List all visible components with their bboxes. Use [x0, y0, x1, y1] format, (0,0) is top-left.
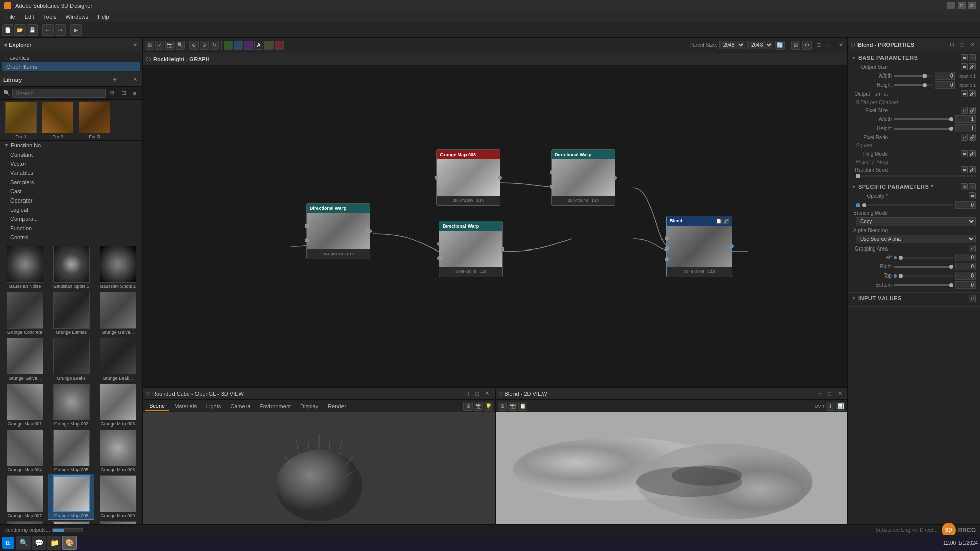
library-btn2[interactable]: ≡ [120, 75, 129, 84]
viewport-2d-max[interactable]: □ [825, 389, 834, 398]
opacity-input[interactable] [955, 201, 976, 209]
toolbar-render[interactable]: ▶ [70, 24, 82, 36]
props-close[interactable]: ✕ [968, 40, 977, 49]
base-params-header[interactable]: ▼ BASE PARAMETERS ⇄ + [852, 54, 976, 61]
tab-scene[interactable]: Scene [145, 402, 169, 411]
tree-vector[interactable]: Vector [0, 159, 142, 168]
toolbar-undo[interactable]: ↩ [42, 24, 54, 36]
thumb-gaussian-spots1[interactable]: Gaussian Spots 1 [48, 245, 94, 290]
thumb-grunge-map005[interactable]: Grunge Map 005 [48, 429, 94, 473]
graph-btn1[interactable]: ⊞ [145, 41, 154, 50]
tree-cast[interactable]: Cast [0, 187, 142, 196]
px-height-input[interactable] [955, 124, 976, 132]
px-width-input[interactable] [955, 115, 976, 123]
pixel-ratio-btn1[interactable]: ⇄ [961, 134, 968, 141]
viewport-3d-icon-btn3[interactable]: 💡 [484, 402, 493, 411]
close-button[interactable]: ✕ [968, 2, 976, 9]
node-blend-icon2[interactable]: 🔗 [723, 218, 729, 224]
tree-logical[interactable]: Logical [0, 205, 142, 214]
thumb-grunge-concrete[interactable]: Grunge Concrete [2, 291, 47, 336]
cropping-btn[interactable]: ⇄ [969, 245, 976, 252]
thumb-grunge-galva2[interactable]: Grunge Galva... [2, 337, 47, 382]
thumb-grunge-map008[interactable]: Grunge Map 008 [48, 474, 94, 519]
graph-panel-close[interactable]: ✕ [836, 41, 845, 50]
view2d-btn1[interactable]: ⊞ [498, 402, 507, 411]
graph-btn5[interactable]: ⊕ [189, 41, 199, 50]
node-dw2-output[interactable] [368, 229, 372, 233]
viewport-3d-max[interactable]: □ [473, 389, 482, 398]
search-filter-btn[interactable]: ⚙ [108, 89, 117, 98]
tree-variables[interactable]: Variables [0, 168, 142, 178]
menu-edit[interactable]: Edit [20, 13, 38, 21]
seed-slider[interactable] [856, 175, 976, 177]
graph-color-btn4[interactable]: A [254, 41, 263, 50]
crop-left-slider[interactable] [899, 257, 953, 259]
graph-color-btn1[interactable] [224, 41, 233, 50]
crop-bottom-input[interactable] [955, 281, 976, 289]
crop-top-input[interactable] [955, 272, 976, 280]
thumb-grunge-map006[interactable]: Grunge Map 006 [95, 429, 140, 473]
menu-tools[interactable]: Tools [39, 13, 61, 21]
crop-top-slider[interactable] [899, 275, 953, 277]
thumb-fur1[interactable]: Fur 1 [4, 101, 38, 140]
graph-btn6[interactable]: ⊖ [200, 41, 209, 50]
taskbar-cortana[interactable]: 💬 [32, 536, 46, 550]
pixel-size-btn1[interactable]: ⇄ [961, 107, 968, 114]
tab-materials[interactable]: Materials [170, 402, 201, 410]
tree-operator[interactable]: Operator [0, 196, 142, 205]
px-height-slider[interactable] [894, 128, 953, 130]
taskbar-substance[interactable]: 🎨 [62, 536, 77, 550]
toolbar-redo[interactable]: ↪ [55, 24, 66, 36]
tab-display[interactable]: Display [296, 402, 323, 410]
graph-refresh[interactable]: 🔄 [775, 41, 785, 50]
thumb-grunge-leaks2[interactable]: Grunge Leak... [95, 337, 140, 382]
viewport-3d-float[interactable]: ⊡ [462, 389, 472, 398]
output-size-btn1[interactable]: ⇄ [961, 63, 968, 70]
format-btn[interactable]: ⇄ [961, 90, 968, 97]
explorer-graph-items[interactable]: Graph Items [2, 62, 140, 71]
node-blend[interactable]: Blend 📄 🔗 2048×2048 - L16 [666, 216, 732, 277]
minimize-button[interactable]: — [947, 2, 955, 9]
thumb-gaussian-spots2[interactable]: Gaussian Spots 2 [95, 245, 140, 290]
opacity-slider[interactable] [862, 204, 953, 206]
specific-params-header[interactable]: ▼ SPECIFIC PARAMETERS * ⊞ + [852, 183, 976, 190]
thumb-grunge-map003[interactable]: Grunge Map 003 [95, 383, 140, 428]
node-blend-input1[interactable] [665, 236, 669, 240]
height-slider[interactable] [894, 84, 933, 86]
menu-file[interactable]: File [2, 13, 19, 21]
node-blend-output[interactable] [730, 244, 734, 248]
view2d-btn2[interactable]: 📸 [508, 402, 517, 411]
node-blend-input2[interactable] [665, 246, 669, 251]
tree-function[interactable]: Function [0, 223, 142, 233]
graph-panel-max[interactable]: □ [825, 41, 834, 50]
graph-color-btn2[interactable] [234, 41, 243, 50]
explorer-close[interactable]: ✕ [130, 40, 139, 49]
thumb-grunge-damas[interactable]: Grunge Damas [48, 291, 94, 336]
specific-btn2[interactable]: + [969, 183, 976, 190]
tree-constant[interactable]: Constant [0, 150, 142, 159]
specific-btn1[interactable]: ⊞ [961, 183, 968, 190]
node-blend-input3[interactable] [665, 257, 669, 261]
graph-color-btn5[interactable] [264, 41, 274, 50]
pixel-size-btn2[interactable]: 🔗 [969, 107, 976, 114]
node-dw1[interactable]: Directional Warp 2048×2048 - L16 [551, 149, 615, 206]
thumb-fur3[interactable]: Fur 3 [78, 101, 111, 140]
node-dw1-output[interactable] [612, 176, 617, 180]
graph-btn2[interactable]: ✓ [155, 41, 164, 50]
search-list-btn[interactable]: ≡ [130, 89, 139, 98]
start-button[interactable]: ⊞ [2, 537, 14, 549]
node-blend-icon1[interactable]: 📄 [716, 218, 722, 224]
graph-btn4[interactable]: 🔍 [176, 41, 185, 50]
viewport-3d-icon-btn1[interactable]: ⊞ [463, 402, 473, 411]
blending-mode-select[interactable]: Copy Normal Add Multiply [856, 217, 976, 226]
viewport-2d-float[interactable]: ⊡ [815, 389, 824, 398]
tab-lights[interactable]: Lights [202, 402, 225, 410]
tree-control[interactable]: Control [0, 233, 142, 242]
menu-help[interactable]: Help [93, 13, 113, 21]
pixel-ratio-btn2[interactable]: 🔗 [969, 134, 976, 141]
seed-btn2[interactable]: 🔗 [969, 166, 976, 173]
graph-color-btn6[interactable] [275, 41, 284, 50]
graph-color-btn3[interactable] [244, 41, 253, 50]
graph-expand[interactable]: ⊞ [791, 41, 800, 50]
node-grunge-map[interactable]: Grunge Map 008 2048×2048 - L16 [436, 149, 500, 206]
